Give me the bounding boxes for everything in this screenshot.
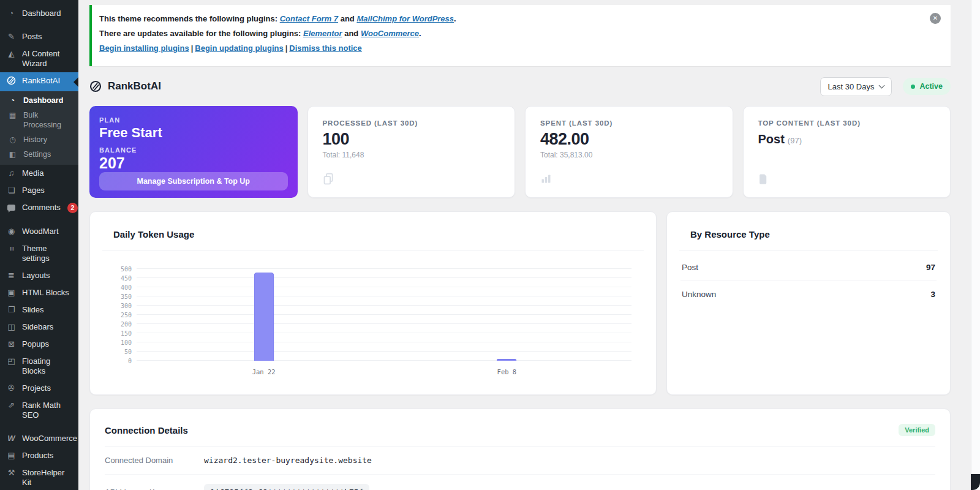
admin-sidebar: ◔ Dashboard ✎ Posts ◭ AI Content Wizard … xyxy=(0,0,78,490)
code-block-icon: ▣ xyxy=(6,288,17,298)
manage-subscription-button[interactable]: Manage Subscription & Top Up xyxy=(99,172,288,190)
popup-icon: ⊠ xyxy=(6,339,17,349)
dismiss-notice-link[interactable]: Dismiss this notice xyxy=(289,43,361,53)
pages-copy-icon xyxy=(322,172,335,187)
main-content: This theme recommends the following plug… xyxy=(78,0,980,490)
comments-count-badge: 2 xyxy=(67,203,78,213)
resource-row-post: Post 97 xyxy=(680,254,937,281)
connection-title: Connection Details xyxy=(105,425,188,435)
y-axis-tick-label: 150 xyxy=(108,330,132,337)
resource-row-unknown: Unknown 3 xyxy=(680,281,937,307)
floating-blocks-icon: ◰ xyxy=(6,356,17,366)
notice-line-2: There are updates available for the foll… xyxy=(99,29,924,38)
woocommerce-link[interactable]: WooCommerce xyxy=(361,29,419,38)
sidebar-item-pages[interactable]: ❏ Pages xyxy=(0,182,78,199)
pin-icon: ✎ xyxy=(6,32,17,42)
begin-updating-plugins-link[interactable]: Begin updating plugins xyxy=(195,43,283,53)
dismiss-icon[interactable]: ✕ xyxy=(930,13,941,24)
sidebar-item-products[interactable]: ▤ Products xyxy=(0,447,78,464)
api-license-key-row: API License Key 1|6785ff2c69************… xyxy=(105,475,935,490)
y-axis-tick-label: 300 xyxy=(108,303,132,309)
y-axis-tick-label: 450 xyxy=(108,275,132,282)
page-header: RankBotAI Last 30 Days Active xyxy=(89,75,951,98)
gridline xyxy=(137,296,631,296)
y-axis-tick-label: 500 xyxy=(108,266,132,273)
slides-icon: ❐ xyxy=(6,305,17,315)
chevron-down-icon xyxy=(879,83,885,89)
sidebar-item-popups[interactable]: ⊠ Popups xyxy=(0,336,78,353)
spent-card: SPENT (LAST 30D) 482.00 Total: 35,813.00 xyxy=(525,106,733,198)
sidebar-item-theme-settings[interactable]: ≡ Theme settings xyxy=(0,240,78,267)
gridline xyxy=(137,333,631,333)
sidebar-item-slides[interactable]: ❐ Slides xyxy=(0,301,78,318)
notice-actions: Begin installing plugins|Begin updating … xyxy=(99,43,924,53)
begin-installing-plugins-link[interactable]: Begin installing plugins xyxy=(99,43,189,53)
balance-value: 207 xyxy=(99,154,288,172)
elementor-link[interactable]: Elementor xyxy=(303,29,342,38)
date-range-select[interactable]: Last 30 Days xyxy=(820,77,892,96)
sidebar-item-woodmart[interactable]: ◉ WoodMart xyxy=(0,223,78,240)
api-license-key-value: 1|6785ff2c69****************b75f xyxy=(204,484,369,490)
resource-panel-title: By Resource Type xyxy=(690,229,770,239)
sidebar-item-sidebars[interactable]: ◫ Sidebars xyxy=(0,318,78,336)
sidebar-item-rankbotai[interactable]: RankBotAI xyxy=(0,72,78,91)
chart-plot: 050100150200250300350400450500Jan 22Feb … xyxy=(137,269,631,361)
menu-separator xyxy=(0,424,78,430)
sidebar-item-rank-math-seo[interactable]: ⇗ Rank Math SEO xyxy=(0,397,78,424)
clock-icon: ◷ xyxy=(7,135,18,145)
sidebar-item-layouts[interactable]: ≣ Layouts xyxy=(0,267,78,284)
sidebar-item-ai-content-wizard[interactable]: ◭ AI Content Wizard xyxy=(0,45,78,72)
settings-icon: ◧ xyxy=(7,149,18,159)
y-axis-tick-label: 350 xyxy=(108,293,132,300)
sidebar-item-projects[interactable]: ✇ Projects xyxy=(0,380,78,397)
bar-chart-icon xyxy=(540,172,552,187)
sliders-icon: ≡ xyxy=(6,244,17,254)
gridline xyxy=(137,323,631,324)
chart-title: Daily Token Usage xyxy=(113,229,194,239)
woocommerce-icon: W xyxy=(6,434,17,443)
status-dot-icon xyxy=(911,85,915,89)
rankbot-logo-icon xyxy=(89,80,102,92)
chart-bar-feb-8[interactable] xyxy=(497,359,517,361)
sidebar-item-dashboard[interactable]: ◔ Dashboard xyxy=(0,5,78,22)
menu-separator xyxy=(0,217,78,223)
y-axis-tick-label: 250 xyxy=(108,312,132,318)
status-badge: Active xyxy=(903,78,951,95)
gridline xyxy=(137,360,631,361)
submenu-item-settings[interactable]: ◧ Settings xyxy=(0,147,78,162)
sidebar-item-storehelper-kit[interactable]: ⚒ StoreHelper Kit xyxy=(0,464,78,490)
dashboard-icon: ◔ xyxy=(7,96,18,105)
page-title: RankBotAI xyxy=(108,80,161,92)
gridline xyxy=(137,314,631,315)
layers-icon: ≣ xyxy=(6,271,17,281)
mailchimp-link[interactable]: MailChimp for WordPress xyxy=(356,14,454,23)
sidebar-item-html-blocks[interactable]: ▣ HTML Blocks xyxy=(0,284,78,301)
plan-name: Free Start xyxy=(99,125,288,141)
y-axis-tick-label: 50 xyxy=(108,349,132,355)
verified-badge: Verified xyxy=(899,424,935,436)
gridline xyxy=(137,277,631,278)
submenu-item-dashboard[interactable]: ◔ Dashboard xyxy=(0,93,78,108)
submenu-item-history[interactable]: ◷ History xyxy=(0,132,78,147)
sidebar-item-posts[interactable]: ✎ Posts xyxy=(0,28,78,45)
rankbotai-submenu: ◔ Dashboard ▦ Bulk Processing ◷ History … xyxy=(0,91,78,165)
panels-row: Daily Token Usage 0501001502002503003504… xyxy=(89,211,951,395)
processed-card: PROCESSED (LAST 30D) 100 Total: 11,648 xyxy=(307,106,516,198)
sidebar-item-comments[interactable]: Comments 2 xyxy=(0,199,78,217)
submenu-item-bulk-processing[interactable]: ▦ Bulk Processing xyxy=(0,108,78,132)
gridline xyxy=(137,268,631,269)
sidebar-item-media[interactable]: ♫ Media xyxy=(0,165,78,182)
sidebar-item-woocommerce[interactable]: W WooCommerce xyxy=(0,430,78,447)
plan-card: PLAN Free Start BALANCE 207 Manage Subsc… xyxy=(89,106,298,198)
scrollbar[interactable] xyxy=(971,0,980,490)
plugin-notice: This theme recommends the following plug… xyxy=(89,5,951,66)
sidebar-item-floating-blocks[interactable]: ◰ Floating Blocks xyxy=(0,353,78,380)
contact-form-7-link[interactable]: Contact Form 7 xyxy=(280,14,338,23)
briefcase-icon: ✇ xyxy=(6,383,17,393)
connection-details-panel: Connection Details Verified Connected Do… xyxy=(89,409,951,490)
stat-cards-row: PLAN Free Start BALANCE 207 Manage Subsc… xyxy=(89,106,951,198)
gridline xyxy=(137,342,631,342)
woodmart-icon: ◉ xyxy=(6,227,17,236)
menu-separator xyxy=(0,22,78,28)
chart-bar-jan-22[interactable] xyxy=(254,273,274,361)
